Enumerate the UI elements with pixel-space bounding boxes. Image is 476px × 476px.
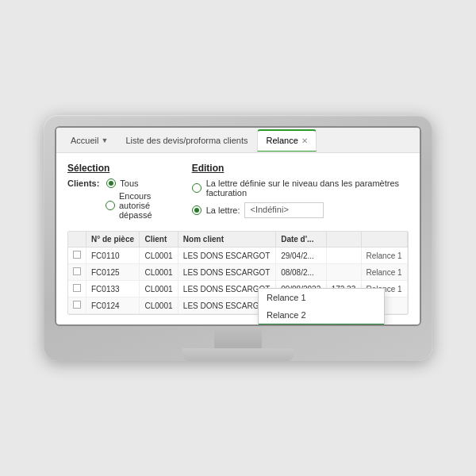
row1-checkbox[interactable] <box>73 251 81 259</box>
monitor-stand-base <box>182 348 294 361</box>
main-content: Sélection Clients: Tous Encours autorisé… <box>56 153 420 324</box>
dropdown-item-relance1[interactable]: Relance 1 <box>259 289 384 306</box>
screen: Accueil ▼ Liste des devis/proforma clien… <box>55 126 421 326</box>
radio-tous-label: Tous <box>120 178 138 188</box>
row1-date: 29/04/2... <box>276 248 326 264</box>
table-row: FC0125 CL0001 LES DONS ESCARGOT 08/08/2.… <box>68 264 408 281</box>
clients-label: Clients: <box>67 178 99 188</box>
tab-relance-label: Relance <box>266 136 298 145</box>
edition-option1-label: La lettre définie sur le niveau dans les… <box>206 178 409 198</box>
tab-bar: Accueil ▼ Liste des devis/proforma clien… <box>56 128 420 153</box>
selection-section: Sélection Clients: Tous Encours autorisé… <box>67 163 176 220</box>
row2-relance: Relance 1 <box>361 264 407 281</box>
row1-client: CL0001 <box>140 248 178 264</box>
edition-row2: La lettre: <Indéfini> <box>192 202 409 218</box>
col-nom: Nom client <box>178 232 275 248</box>
selection-title: Sélection <box>67 163 176 174</box>
row2-checkbox[interactable] <box>73 267 81 275</box>
monitor-stand-neck <box>214 326 262 348</box>
table-row: FC0110 CL0001 LES DONS ESCARGOT 29/04/2.… <box>68 248 408 264</box>
row2-nom: LES DONS ESCARGOT <box>178 264 275 281</box>
table-header-row: N° de pièce Client Nom client Date d'... <box>68 232 408 248</box>
row1-montant <box>326 248 361 264</box>
edition-section: Edition La lettre définie sur le niveau … <box>192 163 409 223</box>
clients-row: Clients: Tous <box>67 178 176 188</box>
select-placeholder: <Indéfini> <box>250 205 288 214</box>
row3-checkbox[interactable] <box>73 284 81 292</box>
app-container: Accueil ▼ Liste des devis/proforma clien… <box>56 128 420 324</box>
row4-checkbox[interactable] <box>73 301 81 309</box>
col-relance <box>361 232 407 248</box>
dropdown-item-relance3[interactable]: Relance 3 <box>259 324 384 326</box>
monitor: Accueil ▼ Liste des devis/proforma clien… <box>44 115 432 361</box>
edition-title: Edition <box>192 163 409 174</box>
tab-relance[interactable]: Relance ✕ <box>257 129 316 152</box>
row1-nom: LES DONS ESCARGOT <box>178 248 275 264</box>
col-piece: N° de pièce <box>86 232 140 248</box>
row1-piece: FC0110 <box>86 248 140 264</box>
row3-client: CL0001 <box>140 281 178 298</box>
radio-lettre-definie[interactable] <box>192 183 202 193</box>
col-client: Client <box>140 232 178 248</box>
tab-accueil-label: Accueil <box>71 136 98 145</box>
tab-devis[interactable]: Liste des devis/proforma clients <box>117 129 255 152</box>
tab-accueil[interactable]: Accueil ▼ <box>63 129 116 152</box>
table-area: Relance 1 Relance 2 Relance 3 N° de pièc <box>67 231 409 315</box>
radio-encours[interactable] <box>106 201 115 210</box>
radio-encours-row: Encours autorisé dépassé <box>106 191 176 220</box>
row4-piece: FC0124 <box>86 298 140 314</box>
dropdown-item-relance2[interactable]: Relance 2 <box>259 306 384 324</box>
edition-row1: La lettre définie sur le niveau dans les… <box>192 178 409 198</box>
radio-la-lettre[interactable] <box>192 205 202 215</box>
row2-piece: FC0125 <box>86 264 140 281</box>
row3-piece: FC0133 <box>86 281 140 298</box>
radio-encours-label: Encours autorisé dépassé <box>119 191 176 220</box>
edition-option2-label: La lettre: <box>206 205 240 215</box>
row4-client: CL0001 <box>140 298 178 314</box>
col-date: Date d'... <box>276 232 326 248</box>
col-cb <box>68 232 86 248</box>
row2-client: CL0001 <box>140 264 178 281</box>
dropdown-menu[interactable]: Relance 1 Relance 2 Relance 3 <box>258 288 385 326</box>
chevron-down-icon: ▼ <box>101 136 108 144</box>
row2-date: 08/08/2... <box>276 264 326 281</box>
row1-relance: Relance 1 <box>361 248 407 264</box>
row2-montant <box>326 264 361 281</box>
form-row: Sélection Clients: Tous Encours autorisé… <box>67 163 409 223</box>
close-icon[interactable]: ✕ <box>301 136 308 145</box>
lettre-select[interactable]: <Indéfini> <box>244 202 324 218</box>
col-montant <box>326 232 361 248</box>
tab-devis-label: Liste des devis/proforma clients <box>125 136 248 145</box>
radio-tous[interactable] <box>106 178 116 188</box>
